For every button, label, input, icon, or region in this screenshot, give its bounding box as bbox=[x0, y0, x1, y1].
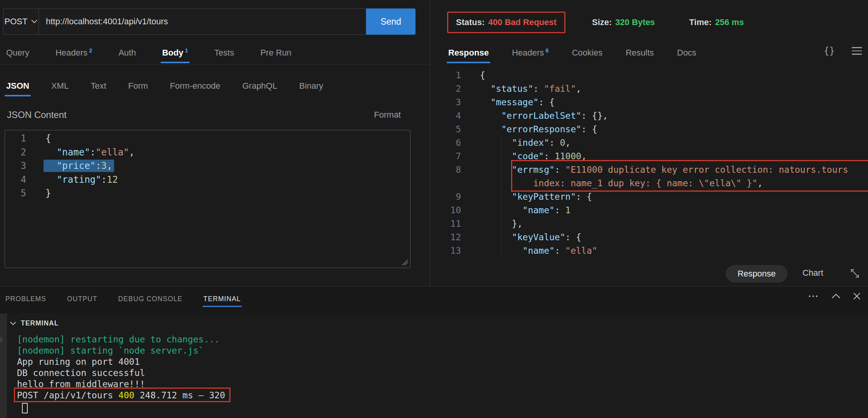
time-value: 256 ms bbox=[715, 17, 744, 27]
more-actions-icon[interactable]: ⋯ bbox=[808, 292, 819, 300]
code-line: 2 "name":"ella", bbox=[5, 146, 410, 160]
terminal-line: App runing on port 4001 bbox=[17, 356, 225, 367]
format-button[interactable]: Format bbox=[374, 110, 401, 120]
tab-label: JSON bbox=[6, 81, 29, 91]
terminal-cursor bbox=[22, 403, 28, 413]
code-segment bbox=[480, 84, 491, 94]
code-segment bbox=[480, 124, 501, 134]
terminal-line: DB connection successful bbox=[17, 367, 225, 379]
response-tab-response[interactable]: Response bbox=[447, 48, 490, 64]
body-tab-binary[interactable]: Binary bbox=[298, 81, 324, 97]
code-segment: } bbox=[45, 188, 51, 199]
line-number: 3 bbox=[5, 159, 26, 173]
code-line: 1{ bbox=[5, 132, 410, 146]
panel-tab-problems[interactable]: PROBLEMS bbox=[5, 290, 47, 308]
body-tab-form[interactable]: Form bbox=[128, 81, 149, 97]
body-tab-graphql[interactable]: GraphQL bbox=[242, 81, 278, 97]
tab-label: Form-encode bbox=[170, 81, 220, 91]
line-number: 1 bbox=[430, 69, 461, 82]
time-label: Time: bbox=[689, 17, 712, 27]
line-content: "keyPattern": { bbox=[480, 190, 592, 204]
status-value: 400 Bad Request bbox=[488, 17, 557, 27]
line-number: 2 bbox=[5, 146, 26, 160]
tab-label: Query bbox=[6, 48, 29, 57]
code-segment: "ella" bbox=[96, 147, 129, 158]
resize-grip-icon[interactable] bbox=[401, 258, 409, 266]
response-tab-docs[interactable]: Docs bbox=[676, 48, 697, 64]
line-number: 9 bbox=[430, 190, 461, 204]
code-line: 10 "name": 1 bbox=[430, 204, 868, 217]
line-number: 2 bbox=[430, 82, 461, 96]
terminal-text: [nodemon] starting `node server.js` bbox=[17, 346, 204, 356]
send-button[interactable]: Send bbox=[366, 8, 415, 35]
body-tab-json[interactable]: JSON bbox=[5, 81, 30, 97]
body-tab-text[interactable]: Text bbox=[90, 81, 107, 97]
code-segment: 1 bbox=[565, 205, 571, 215]
code-segment: : {}, bbox=[581, 111, 608, 121]
chart-view-button[interactable]: Chart bbox=[802, 268, 823, 278]
line-content: "status": "fail", bbox=[480, 82, 581, 96]
line-number: 13 bbox=[430, 244, 461, 258]
tab-query[interactable]: Query bbox=[5, 48, 30, 64]
code-segment: "price" bbox=[57, 160, 96, 171]
line-content: "index": 0, bbox=[480, 136, 570, 150]
code-segment: 0 bbox=[560, 138, 565, 148]
tab-label: Binary bbox=[299, 81, 323, 91]
code-segment: : { bbox=[576, 192, 592, 202]
code-line: 4 "rating":12 bbox=[5, 173, 410, 187]
line-content: { bbox=[480, 69, 485, 82]
tabs-divider bbox=[0, 64, 430, 65]
code-segment bbox=[480, 232, 512, 242]
code-line: 5} bbox=[5, 187, 410, 201]
code-segment bbox=[480, 111, 501, 121]
response-view-button[interactable]: Response bbox=[726, 265, 787, 283]
tab-badge: 1 bbox=[185, 47, 188, 54]
tab-label: Headers bbox=[56, 48, 87, 57]
code-segment bbox=[480, 138, 512, 148]
line-number: 8 bbox=[430, 163, 461, 177]
json-body-editor[interactable]: 1{2 "name":"ella",3 "price":3,4 "rating"… bbox=[5, 130, 410, 268]
method-dropdown[interactable]: POST bbox=[3, 8, 39, 35]
panel-tab-terminal[interactable]: TERMINAL bbox=[203, 290, 242, 308]
body-tab-xml[interactable]: XML bbox=[50, 81, 69, 97]
terminal-section-header[interactable]: TERMINAL bbox=[10, 319, 59, 327]
body-tab-form-encode[interactable]: Form-encode bbox=[169, 81, 221, 97]
tab-tests[interactable]: Tests bbox=[214, 48, 235, 64]
maximize-panel-icon[interactable] bbox=[831, 293, 841, 299]
status-label: Status: bbox=[456, 17, 485, 27]
response-tab-results[interactable]: Results bbox=[625, 48, 654, 64]
code-segment: : { bbox=[581, 124, 597, 134]
line-number: 4 bbox=[5, 173, 26, 187]
terminal-line: [nodemon] restarting due to changes... bbox=[17, 334, 225, 345]
code-segment: : { bbox=[538, 97, 555, 107]
url-input[interactable] bbox=[39, 8, 366, 35]
code-line: 2 "status": "fail", bbox=[430, 82, 868, 96]
code-segment bbox=[480, 219, 512, 229]
terminal-gutter bbox=[0, 314, 7, 418]
code-line: 6 "index": 0, bbox=[430, 136, 868, 150]
menu-icon[interactable] bbox=[852, 47, 862, 55]
code-segment: "message" bbox=[491, 97, 539, 107]
tab-pre-run[interactable]: Pre Run bbox=[259, 48, 292, 64]
code-segment: 12 bbox=[107, 174, 118, 185]
close-panel-icon[interactable] bbox=[853, 292, 861, 300]
expand-diagonal-icon[interactable] bbox=[848, 266, 861, 280]
code-line: 4 "errorLabelSet": {}, bbox=[430, 109, 868, 123]
terminal-text: App runing on port 4001 bbox=[17, 357, 140, 367]
tab-body[interactable]: Body1 bbox=[161, 47, 189, 64]
tab-auth[interactable]: Auth bbox=[118, 48, 136, 64]
tab-badge: 2 bbox=[89, 47, 92, 54]
panel-tab-output[interactable]: OUTPUT bbox=[66, 290, 98, 308]
response-tab-headers[interactable]: Headers6 bbox=[511, 47, 550, 64]
raw-json-icon[interactable]: {} bbox=[824, 46, 835, 56]
response-tab-cookies[interactable]: Cookies bbox=[571, 48, 603, 64]
line-content: "errorLabelSet": {}, bbox=[480, 109, 608, 123]
panel-tab-debug-console[interactable]: DEBUG CONSOLE bbox=[118, 290, 183, 308]
response-footer: Response Chart bbox=[430, 263, 868, 285]
code-segment: "index" bbox=[512, 138, 549, 148]
code-segment: , bbox=[107, 160, 112, 171]
line-content: } bbox=[45, 187, 51, 201]
tab-headers[interactable]: Headers2 bbox=[55, 47, 93, 64]
terminal-section-label: TERMINAL bbox=[21, 319, 59, 327]
errmsg-annotation-box bbox=[511, 160, 868, 192]
